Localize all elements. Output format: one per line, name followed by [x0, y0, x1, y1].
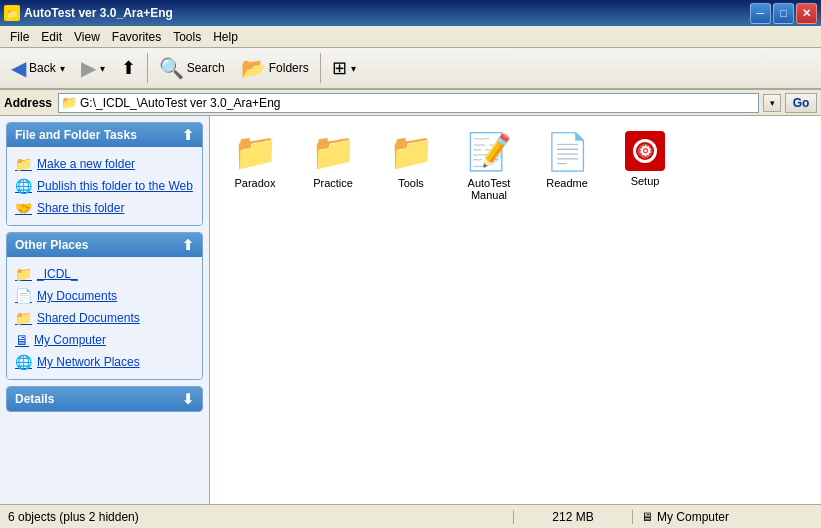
setup-label: Setup — [631, 175, 660, 187]
back-button[interactable]: ◀ Back ▾ — [4, 51, 72, 85]
practice-folder-icon: 📁 — [311, 131, 356, 173]
toolbar-sep-1 — [147, 53, 148, 83]
file-tasks-header[interactable]: File and Folder Tasks ⬆ — [7, 123, 202, 147]
search-icon: 🔍 — [159, 56, 184, 80]
views-button[interactable]: ⊞ ▾ — [325, 51, 363, 85]
readme-label: Readme — [546, 177, 588, 189]
menu-view[interactable]: View — [68, 28, 106, 46]
publish-icon: 🌐 — [15, 178, 32, 194]
toolbar: ◀ Back ▾ ▶ ▾ ⬆ 🔍 Search 📂 Folders ⊞ ▾ — [0, 48, 821, 90]
file-item-autotest-manual[interactable]: 📝 AutoTest Manual — [454, 126, 524, 206]
title-bar: 📁 AutoTest ver 3.0_Ara+Eng ─ □ ✕ — [0, 0, 821, 26]
icdl-folder-icon: 📁 — [15, 266, 32, 282]
icdl-link[interactable]: 📁 _ICDL_ — [11, 263, 198, 285]
title-text: AutoTest ver 3.0_Ara+Eng — [24, 6, 173, 20]
address-bar: Address 📁 ▾ Go — [0, 90, 821, 116]
shared-documents-link[interactable]: 📁 Shared Documents — [11, 307, 198, 329]
details-section: Details ⬇ — [6, 386, 203, 412]
forward-button[interactable]: ▶ ▾ — [74, 51, 112, 85]
other-places-header[interactable]: Other Places ⬆ — [7, 233, 202, 257]
maximize-button[interactable]: □ — [773, 3, 794, 24]
folders-button[interactable]: 📂 Folders — [234, 51, 316, 85]
publish-folder-label: Publish this folder to the Web — [37, 179, 193, 193]
file-item-readme[interactable]: 📄 Readme — [532, 126, 602, 206]
menu-file[interactable]: File — [4, 28, 35, 46]
new-folder-icon: 📁 — [15, 156, 32, 172]
toolbar-sep-2 — [320, 53, 321, 83]
app-icon: 📁 — [4, 5, 20, 21]
tools-folder-icon: 📁 — [389, 131, 434, 173]
other-places-section: Other Places ⬆ 📁 _ICDL_ 📄 My Documents 📁… — [6, 232, 203, 380]
menu-tools[interactable]: Tools — [167, 28, 207, 46]
title-buttons: ─ □ ✕ — [750, 3, 817, 24]
address-label: Address — [4, 96, 52, 110]
other-places-body: 📁 _ICDL_ 📄 My Documents 📁 Shared Documen… — [7, 257, 202, 379]
back-dropdown-arrow: ▾ — [60, 63, 65, 74]
svg-text:⚙: ⚙ — [639, 143, 652, 159]
menu-edit[interactable]: Edit — [35, 28, 68, 46]
main-area: File and Folder Tasks ⬆ 📁 Make a new fol… — [0, 116, 821, 504]
paradox-label: Paradox — [235, 177, 276, 189]
address-field-container: 📁 — [58, 93, 759, 113]
file-item-paradox[interactable]: 📁 Paradox — [220, 126, 290, 206]
my-computer-link[interactable]: 🖥 My Computer — [11, 329, 198, 351]
share-icon: 🤝 — [15, 200, 32, 216]
up-button[interactable]: ⬆ — [114, 51, 143, 85]
publish-folder-link[interactable]: 🌐 Publish this folder to the Web — [11, 175, 198, 197]
shared-documents-label: Shared Documents — [37, 311, 140, 325]
paradox-folder-icon: 📁 — [233, 131, 278, 173]
file-item-practice[interactable]: 📁 Practice — [298, 126, 368, 206]
menu-help[interactable]: Help — [207, 28, 244, 46]
my-documents-icon: 📄 — [15, 288, 32, 304]
make-new-folder-link[interactable]: 📁 Make a new folder — [11, 153, 198, 175]
menu-bar: File Edit View Favorites Tools Help — [0, 26, 821, 48]
other-places-title: Other Places — [15, 238, 88, 252]
address-input[interactable] — [80, 96, 756, 110]
menu-favorites[interactable]: Favorites — [106, 28, 167, 46]
forward-icon: ▶ — [81, 56, 96, 80]
icdl-label: _ICDL_ — [37, 267, 78, 281]
forward-dropdown-arrow: ▾ — [100, 63, 105, 74]
status-computer: 🖥 My Computer — [633, 510, 813, 524]
close-button[interactable]: ✕ — [796, 3, 817, 24]
file-tasks-title: File and Folder Tasks — [15, 128, 137, 142]
status-object-count: 6 objects (plus 2 hidden) — [8, 510, 513, 524]
share-folder-label: Share this folder — [37, 201, 124, 215]
file-item-setup[interactable]: ⚙ Setup — [610, 126, 680, 206]
folders-label: Folders — [269, 61, 309, 75]
make-new-folder-label: Make a new folder — [37, 157, 135, 171]
minimize-button[interactable]: ─ — [750, 3, 771, 24]
details-header[interactable]: Details ⬇ — [7, 387, 202, 411]
setup-icon: ⚙ — [625, 131, 665, 171]
status-size: 212 MB — [513, 510, 633, 524]
title-left: 📁 AutoTest ver 3.0_Ara+Eng — [4, 5, 173, 21]
address-go-button[interactable]: Go — [785, 93, 817, 113]
address-dropdown-button[interactable]: ▾ — [763, 94, 781, 112]
content-area: 📁 Paradox 📁 Practice 📁 Tools 📝 AutoTest … — [210, 116, 821, 504]
up-icon: ⬆ — [121, 57, 136, 79]
search-button[interactable]: 🔍 Search — [152, 51, 232, 85]
readme-icon: 📄 — [545, 131, 590, 173]
details-title: Details — [15, 392, 54, 406]
tools-label: Tools — [398, 177, 424, 189]
my-network-label: My Network Places — [37, 355, 140, 369]
left-panel: File and Folder Tasks ⬆ 📁 Make a new fol… — [0, 116, 210, 504]
computer-icon: 🖥 — [641, 510, 653, 524]
folders-icon: 📂 — [241, 56, 266, 80]
search-label: Search — [187, 61, 225, 75]
views-icon: ⊞ — [332, 57, 347, 79]
my-documents-link[interactable]: 📄 My Documents — [11, 285, 198, 307]
my-network-places-link[interactable]: 🌐 My Network Places — [11, 351, 198, 373]
details-collapse-icon: ⬇ — [182, 391, 194, 407]
autotest-manual-icon: 📝 — [467, 131, 512, 173]
back-icon: ◀ — [11, 56, 26, 80]
computer-label: My Computer — [657, 510, 729, 524]
shared-documents-icon: 📁 — [15, 310, 32, 326]
file-tasks-section: File and Folder Tasks ⬆ 📁 Make a new fol… — [6, 122, 203, 226]
status-bar: 6 objects (plus 2 hidden) 212 MB 🖥 My Co… — [0, 504, 821, 528]
autotest-manual-label: AutoTest Manual — [459, 177, 519, 201]
file-tasks-body: 📁 Make a new folder 🌐 Publish this folde… — [7, 147, 202, 225]
file-item-tools[interactable]: 📁 Tools — [376, 126, 446, 206]
my-computer-label: My Computer — [34, 333, 106, 347]
share-folder-link[interactable]: 🤝 Share this folder — [11, 197, 198, 219]
